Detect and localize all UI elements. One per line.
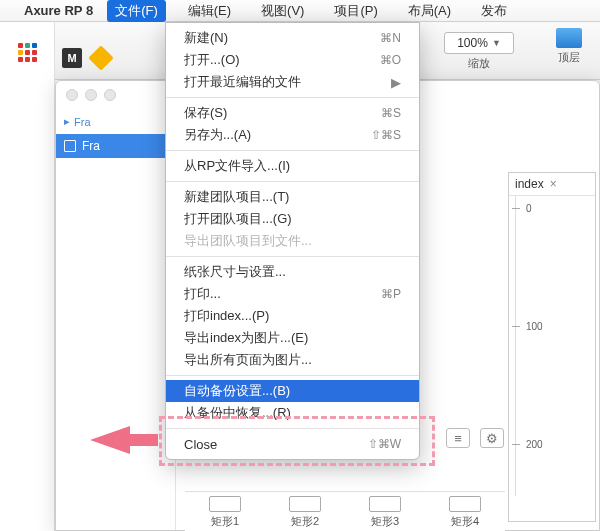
top-layer-button[interactable]: 顶层 — [556, 28, 582, 65]
shape-library: 矩形1 矩形2 矩形3 矩形4 — [185, 491, 505, 531]
menu-item[interactable]: 导出index为图片...(E) — [166, 327, 419, 349]
top-layer-label: 顶层 — [558, 51, 580, 63]
zoom-control[interactable]: 100%▼ 缩放 — [444, 32, 514, 71]
menu-edit[interactable]: 编辑(E) — [180, 0, 239, 22]
left-rail — [0, 22, 55, 531]
gear-icon[interactable]: ⚙ — [480, 428, 504, 448]
menu-file[interactable]: 文件(F) — [107, 0, 166, 22]
tree-item-selected[interactable]: Fra — [56, 134, 175, 158]
list-view-icon[interactable]: ≡ — [446, 428, 470, 448]
page-icon — [64, 140, 76, 152]
menu-item[interactable]: 新建(N)⌘N — [166, 27, 419, 49]
mac-menubar: Axure RP 8 文件(F) 编辑(E) 视图(V) 项目(P) 布局(A)… — [0, 0, 600, 22]
file-menu: 新建(N)⌘N打开...(O)⌘O打开最近编辑的文件▶保存(S)⌘S另存为...… — [165, 22, 420, 460]
menu-view[interactable]: 视图(V) — [253, 0, 312, 22]
index-panel: index× 0 100 200 — [508, 172, 596, 522]
breadcrumb[interactable]: ▸ Fra — [56, 109, 175, 134]
close-icon[interactable]: × — [550, 177, 557, 191]
menu-item[interactable]: 打开...(O)⌘O — [166, 49, 419, 71]
page-tree: ▸ Fra Fra — [56, 109, 176, 530]
menu-item[interactable]: 新建团队项目...(T) — [166, 186, 419, 208]
panel-tab[interactable]: index× — [509, 173, 595, 196]
menu-item[interactable]: 纸张尺寸与设置... — [166, 261, 419, 283]
menu-item[interactable]: 打开最近编辑的文件▶ — [166, 71, 419, 93]
medium-icon[interactable]: M — [62, 48, 82, 68]
menu-item[interactable]: 另存为...(A)⇧⌘S — [166, 124, 419, 146]
menu-item[interactable]: 打印...⌘P — [166, 283, 419, 305]
shape-rect4[interactable]: 矩形4 — [425, 492, 505, 531]
menu-item[interactable]: 打印index...(P) — [166, 305, 419, 327]
app-name[interactable]: Axure RP 8 — [24, 3, 93, 18]
sketch-icon[interactable] — [88, 45, 113, 70]
menu-item[interactable]: 从备份中恢复...(R) — [166, 402, 419, 424]
callout-arrow-icon — [90, 420, 160, 460]
shape-rect1[interactable]: 矩形1 — [185, 492, 265, 531]
menu-item[interactable]: 保存(S)⌘S — [166, 102, 419, 124]
menu-item[interactable]: Close⇧⌘W — [166, 433, 419, 455]
menu-publish[interactable]: 发布 — [473, 0, 515, 22]
zoom-label: 缩放 — [444, 56, 514, 71]
layers-icon — [556, 28, 582, 48]
chevron-down-icon: ▼ — [492, 33, 501, 53]
menu-item[interactable]: 从RP文件导入...(I) — [166, 155, 419, 177]
menu-item[interactable]: 打开团队项目...(G) — [166, 208, 419, 230]
vertical-ruler: 0 100 200 — [515, 196, 595, 496]
apps-grid-icon[interactable] — [11, 36, 43, 68]
menu-project[interactable]: 项目(P) — [326, 0, 385, 22]
svg-marker-0 — [90, 426, 158, 454]
menu-item[interactable]: 导出所有页面为图片... — [166, 349, 419, 371]
menu-item[interactable]: 自动备份设置...(B) — [166, 380, 419, 402]
shape-rect2[interactable]: 矩形2 — [265, 492, 345, 531]
shape-rect3[interactable]: 矩形3 — [345, 492, 425, 531]
zoom-value: 100% — [457, 33, 488, 53]
dock-icons: M — [62, 48, 110, 68]
menu-layout[interactable]: 布局(A) — [400, 0, 459, 22]
view-options: ≡ ⚙ — [446, 428, 504, 448]
menu-item: 导出团队项目到文件... — [166, 230, 419, 252]
